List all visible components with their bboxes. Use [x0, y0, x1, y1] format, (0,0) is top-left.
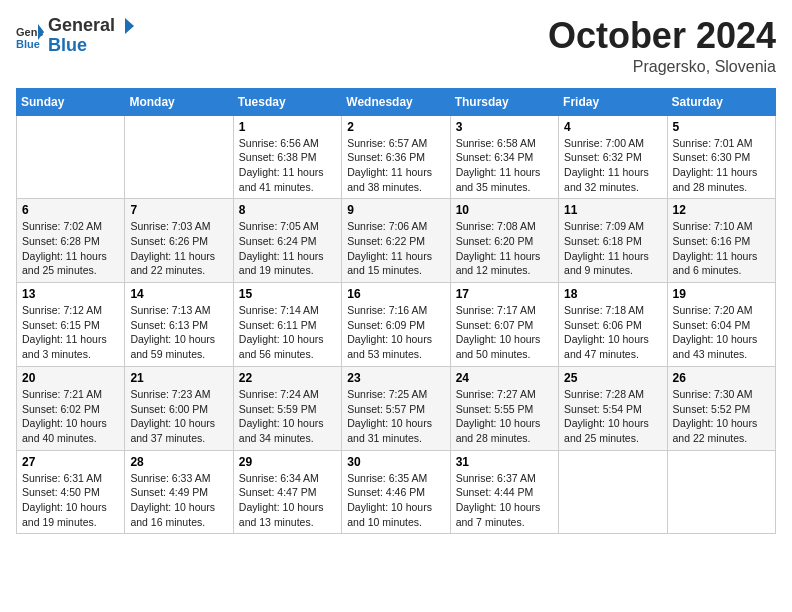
day-info: Sunrise: 7:16 AM Sunset: 6:09 PM Dayligh… — [347, 303, 444, 362]
calendar-cell: 1Sunrise: 6:56 AM Sunset: 6:38 PM Daylig… — [233, 115, 341, 199]
calendar-cell: 27Sunrise: 6:31 AM Sunset: 4:50 PM Dayli… — [17, 450, 125, 534]
day-number: 23 — [347, 371, 444, 385]
calendar-week-row: 27Sunrise: 6:31 AM Sunset: 4:50 PM Dayli… — [17, 450, 776, 534]
day-info: Sunrise: 7:05 AM Sunset: 6:24 PM Dayligh… — [239, 219, 336, 278]
calendar-cell — [125, 115, 233, 199]
weekday-header: Tuesday — [233, 88, 341, 115]
day-number: 8 — [239, 203, 336, 217]
day-number: 18 — [564, 287, 661, 301]
calendar-cell: 30Sunrise: 6:35 AM Sunset: 4:46 PM Dayli… — [342, 450, 450, 534]
day-number: 12 — [673, 203, 770, 217]
logo: General Blue General Blue — [16, 16, 135, 56]
day-number: 30 — [347, 455, 444, 469]
day-number: 27 — [22, 455, 119, 469]
calendar-cell: 8Sunrise: 7:05 AM Sunset: 6:24 PM Daylig… — [233, 199, 341, 283]
day-number: 6 — [22, 203, 119, 217]
calendar-cell: 13Sunrise: 7:12 AM Sunset: 6:15 PM Dayli… — [17, 283, 125, 367]
day-number: 10 — [456, 203, 553, 217]
calendar-cell — [559, 450, 667, 534]
day-number: 21 — [130, 371, 227, 385]
calendar-cell: 14Sunrise: 7:13 AM Sunset: 6:13 PM Dayli… — [125, 283, 233, 367]
day-number: 4 — [564, 120, 661, 134]
logo-text-general: General — [48, 16, 115, 36]
day-number: 13 — [22, 287, 119, 301]
day-info: Sunrise: 6:58 AM Sunset: 6:34 PM Dayligh… — [456, 136, 553, 195]
calendar-cell: 29Sunrise: 6:34 AM Sunset: 4:47 PM Dayli… — [233, 450, 341, 534]
day-info: Sunrise: 7:17 AM Sunset: 6:07 PM Dayligh… — [456, 303, 553, 362]
calendar-cell: 31Sunrise: 6:37 AM Sunset: 4:44 PM Dayli… — [450, 450, 558, 534]
calendar-week-row: 13Sunrise: 7:12 AM Sunset: 6:15 PM Dayli… — [17, 283, 776, 367]
calendar-cell: 10Sunrise: 7:08 AM Sunset: 6:20 PM Dayli… — [450, 199, 558, 283]
day-info: Sunrise: 7:08 AM Sunset: 6:20 PM Dayligh… — [456, 219, 553, 278]
day-info: Sunrise: 7:02 AM Sunset: 6:28 PM Dayligh… — [22, 219, 119, 278]
day-info: Sunrise: 7:24 AM Sunset: 5:59 PM Dayligh… — [239, 387, 336, 446]
calendar-cell: 22Sunrise: 7:24 AM Sunset: 5:59 PM Dayli… — [233, 366, 341, 450]
day-info: Sunrise: 7:03 AM Sunset: 6:26 PM Dayligh… — [130, 219, 227, 278]
weekday-header: Wednesday — [342, 88, 450, 115]
calendar-cell: 12Sunrise: 7:10 AM Sunset: 6:16 PM Dayli… — [667, 199, 775, 283]
day-number: 15 — [239, 287, 336, 301]
day-number: 11 — [564, 203, 661, 217]
day-info: Sunrise: 7:10 AM Sunset: 6:16 PM Dayligh… — [673, 219, 770, 278]
calendar-cell: 7Sunrise: 7:03 AM Sunset: 6:26 PM Daylig… — [125, 199, 233, 283]
page-header: General Blue General Blue October 2024 P… — [16, 16, 776, 76]
location-subtitle: Pragersko, Slovenia — [548, 58, 776, 76]
logo-text-blue: Blue — [48, 35, 87, 55]
day-info: Sunrise: 7:30 AM Sunset: 5:52 PM Dayligh… — [673, 387, 770, 446]
day-info: Sunrise: 6:35 AM Sunset: 4:46 PM Dayligh… — [347, 471, 444, 530]
day-number: 14 — [130, 287, 227, 301]
weekday-header: Friday — [559, 88, 667, 115]
calendar-cell: 28Sunrise: 6:33 AM Sunset: 4:49 PM Dayli… — [125, 450, 233, 534]
day-info: Sunrise: 7:14 AM Sunset: 6:11 PM Dayligh… — [239, 303, 336, 362]
day-info: Sunrise: 7:21 AM Sunset: 6:02 PM Dayligh… — [22, 387, 119, 446]
calendar-cell: 2Sunrise: 6:57 AM Sunset: 6:36 PM Daylig… — [342, 115, 450, 199]
day-info: Sunrise: 7:01 AM Sunset: 6:30 PM Dayligh… — [673, 136, 770, 195]
day-info: Sunrise: 7:25 AM Sunset: 5:57 PM Dayligh… — [347, 387, 444, 446]
logo-arrow-icon — [117, 17, 135, 35]
day-info: Sunrise: 7:06 AM Sunset: 6:22 PM Dayligh… — [347, 219, 444, 278]
day-info: Sunrise: 7:27 AM Sunset: 5:55 PM Dayligh… — [456, 387, 553, 446]
calendar-cell: 25Sunrise: 7:28 AM Sunset: 5:54 PM Dayli… — [559, 366, 667, 450]
month-title: October 2024 — [548, 16, 776, 56]
day-number: 17 — [456, 287, 553, 301]
day-info: Sunrise: 7:28 AM Sunset: 5:54 PM Dayligh… — [564, 387, 661, 446]
weekday-header: Sunday — [17, 88, 125, 115]
calendar-cell: 18Sunrise: 7:18 AM Sunset: 6:06 PM Dayli… — [559, 283, 667, 367]
calendar-cell — [17, 115, 125, 199]
calendar-cell: 20Sunrise: 7:21 AM Sunset: 6:02 PM Dayli… — [17, 366, 125, 450]
svg-text:Blue: Blue — [16, 38, 40, 50]
day-number: 7 — [130, 203, 227, 217]
day-number: 9 — [347, 203, 444, 217]
day-number: 19 — [673, 287, 770, 301]
calendar-cell: 6Sunrise: 7:02 AM Sunset: 6:28 PM Daylig… — [17, 199, 125, 283]
day-info: Sunrise: 6:37 AM Sunset: 4:44 PM Dayligh… — [456, 471, 553, 530]
day-info: Sunrise: 6:34 AM Sunset: 4:47 PM Dayligh… — [239, 471, 336, 530]
day-info: Sunrise: 7:12 AM Sunset: 6:15 PM Dayligh… — [22, 303, 119, 362]
day-number: 24 — [456, 371, 553, 385]
day-info: Sunrise: 6:56 AM Sunset: 6:38 PM Dayligh… — [239, 136, 336, 195]
day-number: 16 — [347, 287, 444, 301]
day-number: 22 — [239, 371, 336, 385]
calendar-week-row: 6Sunrise: 7:02 AM Sunset: 6:28 PM Daylig… — [17, 199, 776, 283]
calendar-cell: 5Sunrise: 7:01 AM Sunset: 6:30 PM Daylig… — [667, 115, 775, 199]
day-info: Sunrise: 7:13 AM Sunset: 6:13 PM Dayligh… — [130, 303, 227, 362]
day-info: Sunrise: 7:20 AM Sunset: 6:04 PM Dayligh… — [673, 303, 770, 362]
day-info: Sunrise: 7:23 AM Sunset: 6:00 PM Dayligh… — [130, 387, 227, 446]
day-info: Sunrise: 6:33 AM Sunset: 4:49 PM Dayligh… — [130, 471, 227, 530]
day-number: 20 — [22, 371, 119, 385]
day-info: Sunrise: 6:57 AM Sunset: 6:36 PM Dayligh… — [347, 136, 444, 195]
calendar-week-row: 20Sunrise: 7:21 AM Sunset: 6:02 PM Dayli… — [17, 366, 776, 450]
logo-icon: General Blue — [16, 22, 44, 50]
calendar-cell — [667, 450, 775, 534]
weekday-header: Thursday — [450, 88, 558, 115]
calendar-cell: 26Sunrise: 7:30 AM Sunset: 5:52 PM Dayli… — [667, 366, 775, 450]
calendar-cell: 21Sunrise: 7:23 AM Sunset: 6:00 PM Dayli… — [125, 366, 233, 450]
calendar-cell: 3Sunrise: 6:58 AM Sunset: 6:34 PM Daylig… — [450, 115, 558, 199]
day-info: Sunrise: 7:18 AM Sunset: 6:06 PM Dayligh… — [564, 303, 661, 362]
calendar-cell: 9Sunrise: 7:06 AM Sunset: 6:22 PM Daylig… — [342, 199, 450, 283]
day-number: 26 — [673, 371, 770, 385]
calendar-week-row: 1Sunrise: 6:56 AM Sunset: 6:38 PM Daylig… — [17, 115, 776, 199]
day-number: 31 — [456, 455, 553, 469]
day-number: 29 — [239, 455, 336, 469]
day-number: 5 — [673, 120, 770, 134]
